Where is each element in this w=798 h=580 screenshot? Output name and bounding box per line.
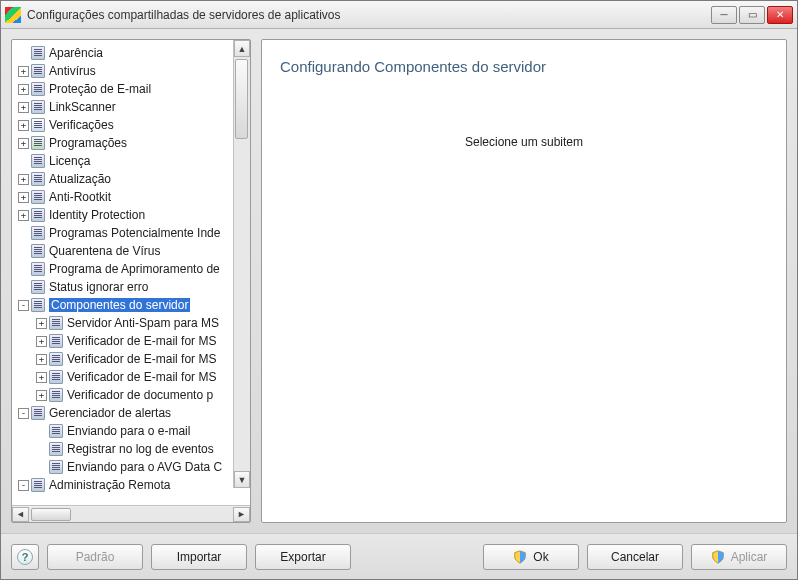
scroll-left-icon[interactable]: ◄: [12, 507, 29, 522]
page-icon: [31, 172, 45, 186]
expand-icon[interactable]: +: [36, 336, 47, 347]
tree-item[interactable]: -Administração Remota: [12, 476, 250, 494]
tree-item-label: Quarentena de Vírus: [49, 244, 160, 258]
tree-item-label: Gerenciador de alertas: [49, 406, 171, 420]
page-icon: [31, 406, 45, 420]
apply-button[interactable]: Aplicar: [691, 544, 787, 570]
detail-title: Configurando Componentes do servidor: [280, 58, 768, 75]
scroll-thumb[interactable]: [235, 59, 248, 139]
expander-placeholder: [18, 246, 29, 257]
tree-item[interactable]: +LinkScanner: [12, 98, 250, 116]
tree-item-label: Registrar no log de eventos: [67, 442, 214, 456]
expand-icon[interactable]: +: [36, 372, 47, 383]
scroll-down-icon[interactable]: ▼: [234, 471, 250, 488]
tree-item[interactable]: +Servidor Anti-Spam para MS: [12, 314, 250, 332]
tree-item-label: Verificador de E-mail for MS: [67, 334, 216, 348]
shield-icon: [513, 550, 527, 564]
button-bar: ? Padrão Importar Exportar Ok Cancelar A…: [1, 533, 797, 579]
ok-button[interactable]: Ok: [483, 544, 579, 570]
cancel-button-label: Cancelar: [611, 550, 659, 564]
page-icon: [31, 136, 45, 150]
tree-item-label: Administração Remota: [49, 478, 170, 492]
page-icon: [49, 460, 63, 474]
default-button[interactable]: Padrão: [47, 544, 143, 570]
expand-icon[interactable]: +: [36, 354, 47, 365]
scroll-track[interactable]: [234, 57, 250, 471]
expand-icon[interactable]: +: [18, 66, 29, 77]
horizontal-scrollbar[interactable]: ◄ ►: [12, 505, 250, 522]
tree-item[interactable]: Aparência: [12, 44, 250, 62]
tree-item-label: Status ignorar erro: [49, 280, 148, 294]
collapse-icon[interactable]: -: [18, 408, 29, 419]
titlebar[interactable]: Configurações compartilhadas de servidor…: [1, 1, 797, 29]
collapse-icon[interactable]: -: [18, 300, 29, 311]
page-icon: [31, 100, 45, 114]
close-button[interactable]: ✕: [767, 6, 793, 24]
page-icon: [31, 298, 45, 312]
tree-item[interactable]: +Verificador de E-mail for MS: [12, 350, 250, 368]
tree-item[interactable]: Enviando para o AVG Data C: [12, 458, 250, 476]
expand-icon[interactable]: +: [36, 390, 47, 401]
tree-item-label: Antivírus: [49, 64, 96, 78]
tree-item[interactable]: +Atualização: [12, 170, 250, 188]
tree-item[interactable]: -Gerenciador de alertas: [12, 404, 250, 422]
tree-item[interactable]: Enviando para o e-mail: [12, 422, 250, 440]
tree-item[interactable]: Programas Potencialmente Inde: [12, 224, 250, 242]
scroll-track-h[interactable]: [29, 507, 233, 522]
tree-item[interactable]: -Componentes do servidor: [12, 296, 250, 314]
expand-icon[interactable]: +: [18, 192, 29, 203]
page-icon: [31, 244, 45, 258]
tree-item-label: Anti-Rootkit: [49, 190, 111, 204]
expand-icon[interactable]: +: [18, 102, 29, 113]
vertical-scrollbar[interactable]: ▲ ▼: [233, 40, 250, 488]
expand-icon[interactable]: +: [18, 174, 29, 185]
expand-icon[interactable]: +: [18, 84, 29, 95]
tree-item[interactable]: +Verificações: [12, 116, 250, 134]
scroll-thumb-h[interactable]: [31, 508, 71, 521]
scroll-up-icon[interactable]: ▲: [234, 40, 250, 57]
tree-item[interactable]: +Programações: [12, 134, 250, 152]
tree-item[interactable]: Registrar no log de eventos: [12, 440, 250, 458]
tree-item-label: Identity Protection: [49, 208, 145, 222]
tree-item[interactable]: Programa de Aprimoramento de: [12, 260, 250, 278]
tree-item[interactable]: +Identity Protection: [12, 206, 250, 224]
tree-body[interactable]: Aparência+Antivírus+Proteção de E-mail+L…: [12, 40, 250, 505]
tree-item[interactable]: +Verificador de E-mail for MS: [12, 332, 250, 350]
tree-item-label: Verificador de E-mail for MS: [67, 370, 216, 384]
expander-placeholder: [18, 228, 29, 239]
page-icon: [49, 334, 63, 348]
expand-icon[interactable]: +: [18, 138, 29, 149]
shield-icon: [711, 550, 725, 564]
help-button[interactable]: ?: [11, 544, 39, 570]
tree-item-label: Programa de Aprimoramento de: [49, 262, 220, 276]
page-icon: [49, 424, 63, 438]
page-icon: [31, 118, 45, 132]
page-icon: [31, 64, 45, 78]
tree-item-label: Programações: [49, 136, 127, 150]
tree-item[interactable]: +Anti-Rootkit: [12, 188, 250, 206]
collapse-icon[interactable]: -: [18, 480, 29, 491]
expand-icon[interactable]: +: [18, 120, 29, 131]
tree-item[interactable]: +Verificador de E-mail for MS: [12, 368, 250, 386]
apply-button-label: Aplicar: [731, 550, 768, 564]
tree-item[interactable]: +Antivírus: [12, 62, 250, 80]
expander-placeholder: [36, 444, 47, 455]
tree-item[interactable]: +Verificador de documento p: [12, 386, 250, 404]
tree-item[interactable]: Licença: [12, 152, 250, 170]
scroll-right-icon[interactable]: ►: [233, 507, 250, 522]
page-icon: [31, 262, 45, 276]
tree-item[interactable]: Status ignorar erro: [12, 278, 250, 296]
settings-window: Configurações compartilhadas de servidor…: [0, 0, 798, 580]
cancel-button[interactable]: Cancelar: [587, 544, 683, 570]
tree-item[interactable]: +Proteção de E-mail: [12, 80, 250, 98]
export-button[interactable]: Exportar: [255, 544, 351, 570]
minimize-button[interactable]: ─: [711, 6, 737, 24]
import-button[interactable]: Importar: [151, 544, 247, 570]
app-icon: [5, 7, 21, 23]
expand-icon[interactable]: +: [18, 210, 29, 221]
maximize-button[interactable]: ▭: [739, 6, 765, 24]
tree-item-label: Servidor Anti-Spam para MS: [67, 316, 219, 330]
tree-item[interactable]: Quarentena de Vírus: [12, 242, 250, 260]
tree-item-label: Componentes do servidor: [49, 298, 190, 312]
expand-icon[interactable]: +: [36, 318, 47, 329]
